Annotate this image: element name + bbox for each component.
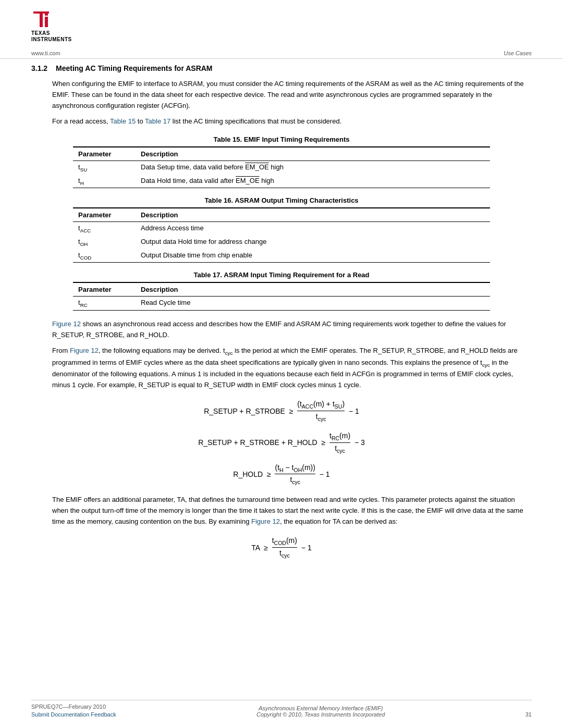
formula4-lhs: TA ≥ (251, 544, 270, 552)
logo-text: Texas Instruments (31, 30, 72, 43)
formula1-fraction: (tACC(m) + tSU) tcyc (297, 400, 345, 422)
meta-bar: www.ti.com Use Cases (0, 47, 563, 59)
table-row: tSU Data Setup time, data valid before E… (73, 161, 490, 175)
table17-link[interactable]: Table 17 (145, 117, 170, 125)
table-17-title: Table 17. ASRAM Input Timing Requirement… (73, 271, 490, 279)
formula2-fraction: tRC(m) tcyc (329, 431, 350, 454)
footer-left: SPRUEQ7C—February 2010 Submit Documentat… (31, 704, 116, 718)
table15-row1-param: tSU (73, 161, 136, 175)
table15-row2-desc: Data Hold time, data valid after EM_OE h… (136, 175, 490, 188)
table15-header-param: Parameter (73, 147, 136, 161)
figure12-link-2[interactable]: Figure 12 (70, 347, 99, 354)
formula-section-4: TA ≥ tCOD(m) tcyc − 1 (31, 536, 532, 559)
table16-row1-desc: Address Access time (136, 222, 490, 236)
ti-logo-icon (31, 9, 51, 29)
table-16: Parameter Description tACC Address Acces… (73, 207, 490, 263)
main-content: 3.1.2 Meeting AC Timing Requirements for… (0, 64, 563, 559)
table17-header-desc: Description (136, 282, 490, 297)
figure12-link-3[interactable]: Figure 12 (251, 517, 280, 525)
table-17: Parameter Description tRC Read Cycle tim… (73, 282, 490, 311)
formula1-rhs: − 1 (347, 407, 359, 415)
formula4-rhs: − 1 (299, 544, 312, 552)
table16-row2-param: tOH (73, 236, 136, 249)
table15-row2-param: tH (73, 175, 136, 188)
table16-header-desc: Description (136, 208, 490, 222)
logo: Texas Instruments (31, 9, 72, 43)
formula2-rhs: − 3 (352, 438, 365, 447)
table16-header-param: Parameter (73, 208, 136, 222)
paragraph-3: Figure 12 shows an asynchronous read acc… (52, 319, 532, 341)
table17-row1-desc: Read Cycle time (136, 297, 490, 311)
paragraph-4: From Figure 12, the following equations … (52, 346, 532, 390)
page-header: Texas Instruments (0, 0, 563, 47)
formula2-lhs: R_SETUP + R_STROBE + R_HOLD ≥ (198, 438, 327, 447)
formula-2: R_SETUP + R_STROBE + R_HOLD ≥ tRC(m) tcy… (31, 431, 532, 454)
formula3-numerator: (tH − tOH(m)) (275, 463, 315, 475)
table15-row1-desc: Data Setup time, data valid before EM_OE… (136, 161, 490, 175)
table16-row3-desc: Output Disable time from chip enable (136, 249, 490, 263)
svg-rect-2 (45, 17, 48, 27)
formula-section-1: R_SETUP + R_STROBE ≥ (tACC(m) + tSU) tcy… (31, 400, 532, 422)
table15-link[interactable]: Table 15 (110, 117, 136, 125)
formula4-fraction: tCOD(m) tcyc (272, 536, 297, 559)
table-17-container: Table 17. ASRAM Input Timing Requirement… (73, 271, 490, 311)
page-footer: SPRUEQ7C—February 2010 Submit Documentat… (31, 700, 532, 718)
table-row: tACC Address Access time (73, 222, 490, 236)
table-15-title: Table 15. EMIF Input Timing Requirements (73, 135, 490, 143)
formula2-numerator: tRC(m) (329, 431, 350, 443)
paragraph-1: When configuring the EMIF to interface t… (52, 79, 532, 111)
section-label: Use Cases (504, 50, 532, 56)
page-number: 31 (525, 711, 532, 718)
formula3-lhs: R_HOLD ≥ (233, 470, 273, 478)
section-heading: 3.1.2 Meeting AC Timing Requirements for… (31, 64, 532, 72)
formula-section-3: R_HOLD ≥ (tH − tOH(m)) tcyc − 1 (31, 463, 532, 486)
formula1-numerator: (tACC(m) + tSU) (297, 400, 345, 411)
table17-header-param: Parameter (73, 282, 136, 297)
formula1-denominator: tcyc (316, 411, 326, 422)
formula-1: R_SETUP + R_STROBE ≥ (tACC(m) + tSU) tcy… (31, 400, 532, 422)
formula3-fraction: (tH − tOH(m)) tcyc (275, 463, 315, 486)
website-url: www.ti.com (31, 50, 60, 56)
table-15-container: Table 15. EMIF Input Timing Requirements… (73, 135, 490, 188)
formula3-rhs: − 1 (317, 470, 330, 478)
footer-center: Asynchronous External Memory Interface (… (116, 705, 525, 718)
figure12-link-1[interactable]: Figure 12 (52, 320, 81, 328)
table-16-container: Table 16. ASRAM Output Timing Characteri… (73, 196, 490, 263)
formula1-lhs: R_SETUP + R_STROBE ≥ (204, 407, 295, 415)
paragraph-2: For a read access, Table 15 to Table 17 … (52, 116, 532, 127)
formula2-denominator: tcyc (335, 443, 345, 454)
table-15: Parameter Description tSU Data Setup tim… (73, 146, 490, 188)
table16-row3-param: tCOD (73, 249, 136, 263)
formula-4: TA ≥ tCOD(m) tcyc − 1 (31, 536, 532, 559)
table-row: tH Data Hold time, data valid after EM_O… (73, 175, 490, 188)
footer-right: 31 (525, 711, 532, 718)
table-row: tCOD Output Disable time from chip enabl… (73, 249, 490, 263)
doc-title: Asynchronous External Memory Interface (… (259, 705, 383, 711)
feedback-link[interactable]: Submit Documentation Feedback (31, 711, 116, 718)
formula-section-2: R_SETUP + R_STROBE + R_HOLD ≥ tRC(m) tcy… (31, 431, 532, 454)
table-16-title: Table 16. ASRAM Output Timing Characteri… (73, 196, 490, 204)
svg-rect-3 (45, 14, 48, 16)
table15-header-desc: Description (136, 147, 490, 161)
formula-3: R_HOLD ≥ (tH − tOH(m)) tcyc − 1 (31, 463, 532, 486)
table16-row1-param: tACC (73, 222, 136, 236)
formula3-denominator: tcyc (290, 474, 300, 485)
table17-row1-param: tRC (73, 297, 136, 311)
section-number: 3.1.2 (31, 64, 47, 72)
formula4-denominator: tcyc (279, 548, 290, 559)
doc-id: SPRUEQ7C—February 2010 (31, 704, 106, 710)
table-row: tRC Read Cycle time (73, 297, 490, 311)
copyright: Copyright © 2010, Texas Instruments Inco… (256, 711, 385, 718)
paragraph-5: The EMIF offers an additional parameter,… (52, 495, 532, 527)
section-title: Meeting AC Timing Requirements for ASRAM (56, 64, 213, 72)
table-row: tOH Output data Hold time for address ch… (73, 236, 490, 249)
formula4-numerator: tCOD(m) (272, 536, 297, 548)
table16-row2-desc: Output data Hold time for address change (136, 236, 490, 249)
